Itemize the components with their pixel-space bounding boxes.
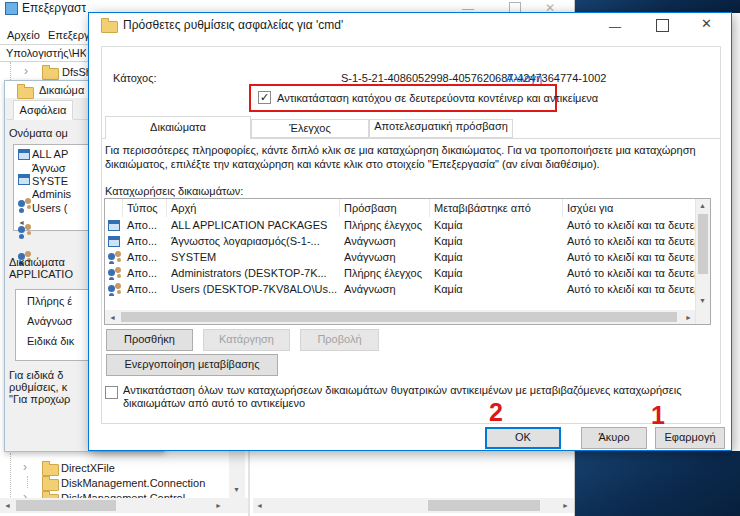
column-header-principal[interactable]: Αρχή (167, 199, 340, 217)
cell-applies: Αυτό το κλειδί και τα δευτερε. (563, 235, 697, 247)
cell-principal: Άγνωστος λογαριασμός(S-1-... (167, 235, 340, 247)
folder-icon (101, 21, 118, 33)
table-row[interactable]: Απο... SYSTEM Ανάγνωση Καμία Αυτό το κλε… (105, 249, 697, 265)
chevron-right-icon[interactable]: › (23, 461, 27, 473)
annotation-step-1: 1 (651, 403, 665, 428)
dialog-close-icon[interactable]: ✕ (701, 16, 712, 31)
tree-guide (27, 476, 28, 488)
scrollbar-thumb[interactable] (121, 312, 677, 322)
permissions-for-label: APPLICATIO (9, 268, 89, 281)
cell-principal: Administrators (DESKTOP-7K... (167, 267, 340, 279)
table-hscrollbar[interactable]: ◄ ► (105, 310, 697, 324)
special-permissions-note: "Για προχωρ (9, 393, 89, 406)
ok-button[interactable]: OK (485, 427, 561, 449)
table-vscrollbar[interactable]: ▲ ▼ (695, 199, 710, 324)
tab-effective-access[interactable]: Αποτελεσματική πρόσβαση (369, 119, 513, 138)
cell-inherited: Καμία (430, 251, 563, 263)
cancel-button[interactable]: Άκυρο (581, 427, 647, 449)
scroll-left-icon[interactable]: ◄ (109, 314, 116, 321)
scrollbar-thumb[interactable] (698, 214, 708, 274)
permission-entries-table[interactable]: Τύπος Αρχή Πρόσβαση Μεταβιβάστηκε από Ισ… (104, 198, 711, 325)
tree-vscrollbar[interactable]: ▼ (229, 451, 245, 498)
column-header-inherited[interactable]: Μεταβιβάστηκε από (430, 199, 563, 217)
scroll-left-icon[interactable]: ◄ (4, 502, 11, 509)
cell-principal: SYSTEM (167, 251, 340, 263)
tab-security[interactable]: Ασφάλεια (13, 100, 73, 120)
list-item[interactable]: Ανάγνωσ (27, 315, 72, 328)
remove-button[interactable]: Κατάργηση (203, 329, 290, 351)
menu-edit[interactable]: Επεξεργ (48, 29, 88, 42)
group-icon (107, 267, 122, 280)
scroll-down-icon[interactable]: ▼ (699, 297, 706, 304)
table-row[interactable]: Απο... ALL APPLICATION PACKAGES Πλήρης έ… (105, 217, 697, 233)
tree-item-directxfile[interactable]: DirectXFile (61, 462, 115, 475)
replace-child-permissions-checkbox[interactable] (105, 386, 118, 399)
cell-type: Απο... (123, 251, 167, 263)
chevron-right-icon[interactable]: › (24, 65, 28, 77)
cell-type: Απο... (123, 235, 167, 247)
group-icon (107, 283, 122, 296)
advanced-security-dialog: Πρόσθετες ρυθμίσεις ασφαλείας για 'cmd' … (88, 12, 732, 451)
table-row[interactable]: Απο... Άγνωστος λογαριασμός(S-1-... Ανάγ… (105, 233, 697, 249)
group-names-label: Ονόματα ομ (9, 127, 89, 140)
scroll-left-icon[interactable]: ◄ (256, 502, 263, 509)
cell-inherited: Καμία (430, 283, 563, 295)
column-header-applies[interactable]: Ισχύει για (563, 199, 697, 217)
tree-item-diskmanagement-connection[interactable]: DiskManagement.Connection (61, 477, 205, 490)
scroll-left-icon[interactable]: ◄ (18, 219, 25, 226)
list-item[interactable]: Adminis (32, 188, 71, 201)
scroll-up-icon[interactable]: ▲ (699, 202, 706, 209)
replace-owner-checkbox[interactable]: ✓ (258, 91, 271, 104)
apply-button[interactable]: Εφαρμογή (655, 427, 725, 449)
tree-hscrollbar[interactable]: ◄ ► (0, 498, 248, 513)
tab-auditing[interactable]: Έλεγχος (251, 119, 369, 138)
list-item[interactable]: ALL AP (32, 148, 68, 161)
column-header-type[interactable]: Τύπος (123, 199, 167, 217)
enable-inheritance-button[interactable]: Ενεργοποίηση μεταβίβασης (106, 354, 278, 376)
cell-access: Πλήρης έλεγχος (340, 267, 430, 279)
cell-applies: Αυτό το κλειδί και τα δευτερε. (563, 267, 697, 279)
view-button[interactable]: Προβολή (300, 329, 379, 351)
list-item[interactable]: Πλήρης έ (27, 295, 72, 308)
list-item[interactable]: Users ( (32, 202, 67, 215)
scrollbar-thumb[interactable] (428, 500, 540, 511)
list-item[interactable]: Άγνωσ (32, 162, 66, 175)
replace-owner-label: Αντικατάσταση κατόχου σε δευτερεύοντα κο… (277, 92, 598, 105)
table-header-row[interactable]: Τύπος Αρχή Πρόσβαση Μεταβιβάστηκε από Ισ… (105, 199, 697, 217)
column-header-access[interactable]: Πρόσβαση (340, 199, 430, 217)
app-packages-icon (18, 149, 30, 160)
list-item[interactable]: SYSTE (32, 175, 68, 188)
list-item[interactable]: Ειδικά δικ (27, 335, 74, 348)
cell-type: Απο... (123, 219, 167, 231)
scroll-right-icon[interactable]: ► (215, 502, 222, 509)
folder-icon (42, 464, 59, 476)
folder-icon (42, 479, 59, 491)
table-row[interactable]: Απο... Users (DESKTOP-7KV8ALO\Us... Ανάγ… (105, 281, 697, 297)
entries-label: Καταχωρήσεις δικαιωμάτων: (105, 185, 243, 198)
dialog-maximize-icon[interactable] (656, 19, 669, 32)
add-button[interactable]: Προσθήκη (106, 329, 193, 351)
scrollbar-thumb[interactable] (16, 500, 116, 511)
scroll-down-icon[interactable]: ▼ (233, 486, 240, 493)
menu-file[interactable]: Αρχείο (7, 29, 40, 42)
scroll-right-icon[interactable]: ► (685, 314, 692, 321)
app-packages-icon (108, 236, 120, 247)
screen: Επεξεργαστής Μ — ✕ Αρχείο Επεξεργ Υπολογ… (0, 0, 740, 516)
tree-guide (10, 62, 11, 82)
scroll-right-icon[interactable]: ► (562, 502, 569, 509)
cell-applies: Αυτό το κλειδί και τα δευτερε. (563, 219, 697, 231)
cell-principal: ALL APPLICATION PACKAGES (167, 219, 340, 231)
registry-editor-icon (5, 2, 18, 15)
address-text: Υπολογιστής\HKE (6, 47, 86, 60)
cell-inherited: Καμία (430, 235, 563, 247)
dialog-minimize-icon[interactable]: — (609, 20, 621, 34)
values-hscrollbar[interactable]: ◄ ► (253, 498, 574, 513)
tree-item-dfssh[interactable]: DfsSh (62, 66, 88, 79)
tab-permissions[interactable]: Δικαιώματα (105, 116, 251, 139)
folder-icon (42, 68, 59, 80)
table-row[interactable]: Απο... Administrators (DESKTOP-7K... Πλή… (105, 265, 697, 281)
info-text: Για περισσότερες πληροφορίες, κάντε διπλ… (105, 144, 711, 171)
cell-inherited: Καμία (430, 267, 563, 279)
folder-icon (17, 87, 34, 99)
desktop-background (575, 451, 740, 516)
